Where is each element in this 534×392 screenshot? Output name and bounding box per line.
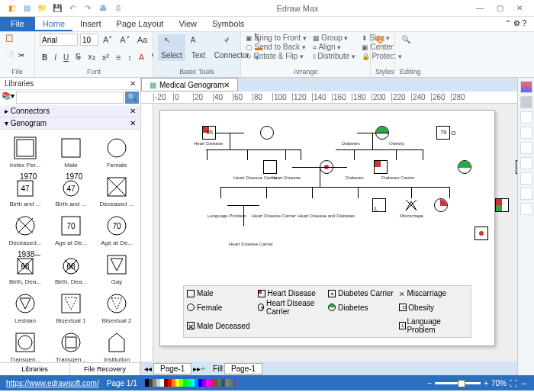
shape-birth-death-m[interactable]: 681938—2005Birth, Dea... [3, 249, 47, 287]
node-misc[interactable] [404, 198, 418, 214]
strike-icon[interactable]: S̶ [73, 51, 83, 63]
rb-shadow-icon[interactable] [520, 127, 532, 139]
add-page-icon[interactable]: + [201, 365, 205, 373]
rb-line-icon[interactable] [520, 111, 532, 124]
undo-icon[interactable]: ↶ [67, 3, 78, 14]
increase-font-icon[interactable]: A˄ [101, 34, 115, 46]
distribute[interactable]: ⫴ Distribute ▾ [313, 52, 355, 61]
font-size-input[interactable] [80, 34, 98, 46]
tab-view[interactable]: View [171, 17, 204, 31]
shape-deceased[interactable]: Deceased ... [95, 172, 139, 209]
tab-libraries[interactable]: Libraries [0, 363, 70, 375]
shape-birth-death-f[interactable]: 68Birth, Dea... [49, 249, 93, 287]
fit-page-icon[interactable]: ⛶ [510, 379, 517, 387]
shape-age-female[interactable]: 70Age at De... [95, 210, 139, 248]
close-panel-icon[interactable]: ✕ [130, 79, 136, 88]
page-tab-2[interactable]: Page-1 [224, 363, 262, 374]
underline-icon[interactable]: U [61, 52, 71, 63]
shape-birth-male[interactable]: 471970 →Birth and ... [3, 172, 47, 209]
cut-icon[interactable]: ✂ [18, 51, 30, 63]
font-name-input[interactable] [40, 34, 78, 46]
tab-symbols[interactable]: Symbols [204, 17, 252, 31]
page-tab[interactable]: Page-1 [153, 363, 191, 374]
shape-bisexual2[interactable]: Bisextual 2 [95, 288, 139, 326]
page[interactable]: 65 Heart Disease Diabetes 79O Obesity [159, 110, 495, 346]
maximize-icon[interactable]: ▢ [493, 4, 507, 12]
help-icon[interactable]: ⌃ ⚙ ? [497, 17, 534, 31]
bring-front[interactable]: ▣ Bring to Front ▾ [246, 34, 307, 42]
copy-icon[interactable]: 📄 [5, 51, 16, 63]
rb-text-icon[interactable] [520, 142, 532, 154]
zoom-in-icon[interactable]: + [484, 379, 488, 387]
bullets-icon[interactable]: ≡ [114, 52, 123, 63]
fit-width-icon[interactable]: ↔ [520, 379, 528, 387]
zoom-slider[interactable] [435, 382, 481, 384]
node-heart-m2[interactable] [374, 160, 388, 174]
caps-icon[interactable]: Aa [135, 34, 150, 45]
shape-institution[interactable]: Institution [95, 327, 139, 362]
save-icon[interactable]: 💾 [52, 3, 63, 14]
search-icon[interactable]: 🔍 [125, 92, 139, 104]
status-url[interactable]: https://www.edrawsoft.com/ [6, 379, 99, 387]
search-input[interactable] [16, 92, 124, 104]
doc-tab[interactable]: Medical Genogram ✕ [141, 78, 238, 92]
node-obesity-m1[interactable]: 79O [436, 126, 450, 140]
shape-male[interactable]: Male [49, 133, 93, 170]
tab-home[interactable]: Home [35, 17, 72, 31]
node-hdc-m4[interactable] [474, 227, 488, 240]
lib-dropdown-icon[interactable]: 📚▾ [2, 92, 14, 104]
shape-gay[interactable]: Gay [95, 249, 139, 287]
shape-female[interactable]: Female [95, 133, 139, 170]
connectors-section[interactable]: ▸ Connectors✕ [0, 105, 140, 117]
shape-deceased2[interactable]: Deceased... [3, 210, 47, 248]
textcolor-icon[interactable]: A [137, 52, 146, 63]
genogram-section[interactable]: ▾ Genogram✕ [0, 117, 140, 130]
editing-button[interactable]: 🔍 [400, 34, 418, 52]
new-icon[interactable]: ▤ [21, 3, 32, 14]
file-menu[interactable]: File [0, 17, 35, 31]
node-diabetes-f2[interactable] [458, 160, 471, 174]
shape-bisexual1[interactable]: Bisextual 1 [49, 288, 93, 326]
rb-fill-icon[interactable] [520, 81, 532, 93]
select-tool[interactable]: ↖Select [158, 34, 185, 61]
node-heart-disease-m1[interactable]: 65 [202, 126, 216, 140]
align[interactable]: ≡ Align ▾ [313, 43, 355, 51]
prev-page-icon[interactable]: ◂◂ [144, 365, 152, 373]
shape-transgen1[interactable]: Transgen... [3, 327, 47, 362]
shape-age-male[interactable]: 70Age at De... [49, 210, 93, 248]
tab-page-layout[interactable]: Page Layout [109, 17, 172, 31]
rb-gradient-icon[interactable] [520, 96, 532, 108]
paste-icon[interactable]: 📋 [5, 34, 17, 46]
close-icon[interactable]: ✕ [513, 4, 526, 12]
node-dc-m2[interactable] [516, 160, 517, 174]
shape-birth-female[interactable]: 471970 →Birth and ... [49, 172, 93, 209]
send-back[interactable]: ▢ Send to Back ▾ [246, 43, 307, 51]
preview-icon[interactable]: ⎙ [113, 3, 124, 14]
sup-icon[interactable]: x² [100, 52, 111, 63]
group[interactable]: ▦ Group ▾ [313, 34, 355, 42]
decrease-font-icon[interactable]: A˅ [117, 34, 132, 46]
italic-icon[interactable]: I [52, 52, 59, 63]
tab-file-recovery[interactable]: File Recovery [70, 363, 140, 375]
node-female-1[interactable] [260, 126, 274, 140]
styles-button[interactable]: 🎨 [375, 34, 390, 52]
bold-icon[interactable]: B [40, 52, 50, 63]
redo-icon[interactable]: ↷ [82, 3, 93, 14]
node-hdd-m3[interactable] [495, 198, 509, 212]
open-icon[interactable]: 📁 [37, 3, 47, 14]
node-lang-m3[interactable]: L [372, 198, 386, 212]
zoom-out-icon[interactable]: − [427, 379, 432, 387]
rb-page-icon[interactable] [520, 172, 532, 185]
rb-layer-icon[interactable] [520, 157, 532, 169]
spacing-icon[interactable]: ↕ [125, 52, 134, 63]
shape-lesbian[interactable]: Lesbian [3, 288, 47, 326]
minimize-icon[interactable]: — [473, 4, 487, 12]
print-icon[interactable]: 🖶 [98, 3, 108, 14]
next-page-icon[interactable]: ▸▸ [193, 365, 201, 373]
sub-icon[interactable]: x₂ [85, 51, 98, 63]
rb-comment-icon[interactable] [520, 188, 532, 200]
tab-insert[interactable]: Insert [72, 17, 109, 31]
text-tool[interactable]: AText [188, 34, 209, 61]
rotate-flip[interactable]: ↻ Rotate & Flip ▾ [246, 52, 307, 60]
color-palette[interactable] [145, 379, 236, 387]
